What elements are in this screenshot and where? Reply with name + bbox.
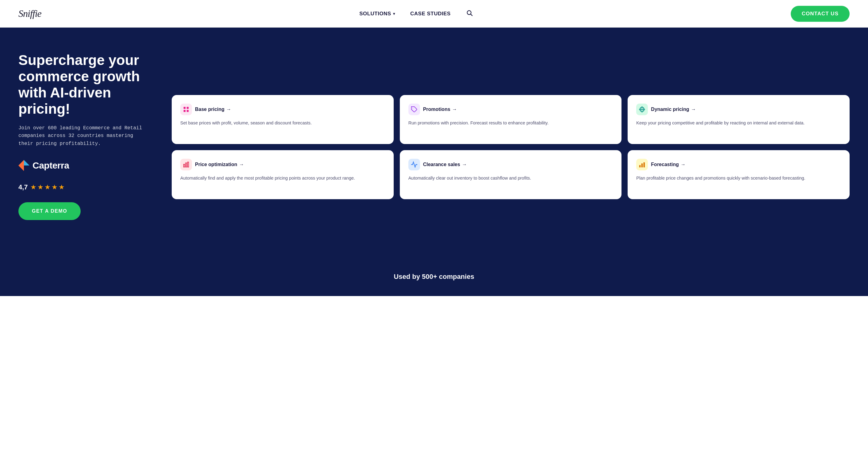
feature-card-1[interactable]: Promotions → Run promotions with precisi… xyxy=(400,95,622,144)
feature-card-2[interactable]: Dynamic pricing → Keep your pricing comp… xyxy=(628,95,849,144)
feature-desc-0: Set base prices with profit, volume, sea… xyxy=(180,120,385,126)
feature-card-5[interactable]: Forecasting → Plan profitable price chan… xyxy=(628,150,849,199)
solutions-label: SOLUTIONS xyxy=(359,11,391,17)
svg-rect-15 xyxy=(639,165,641,167)
feature-card-3[interactable]: Price optimization → Automatically find … xyxy=(172,150,394,199)
get-demo-button[interactable]: GET A DEMO xyxy=(19,202,81,220)
hero-left: Supercharge your commerce growth with AI… xyxy=(19,52,147,220)
star-rating: ★ ★ ★ ★ ★ xyxy=(30,183,65,191)
feature-title-1: Promotions → xyxy=(423,107,457,112)
feature-title-0: Base pricing → xyxy=(195,107,231,112)
svg-marker-2 xyxy=(19,160,24,165)
feature-title-4: Clearance sales → xyxy=(423,162,467,167)
arrow-icon-0: → xyxy=(226,107,231,112)
star-4: ★ xyxy=(52,183,58,191)
svg-rect-6 xyxy=(187,107,189,109)
case-studies-label: CASE STUDIES xyxy=(410,11,451,17)
capterra-name: Capterra xyxy=(32,160,69,171)
feature-cards-grid: Base pricing → Set base prices with prof… xyxy=(172,95,849,199)
navbar-right: CONTACT US xyxy=(791,6,849,22)
feature-desc-1: Run promotions with precision. Forecast … xyxy=(408,120,613,126)
hero-section: Supercharge your commerce growth with AI… xyxy=(0,28,868,260)
feature-card-header-4: Clearance sales → xyxy=(408,159,613,170)
svg-line-1 xyxy=(471,14,472,15)
nav-solutions[interactable]: SOLUTIONS ▾ xyxy=(359,11,395,17)
feature-desc-2: Keep your pricing competitive and profit… xyxy=(636,120,841,126)
search-icon xyxy=(466,9,473,18)
svg-rect-7 xyxy=(184,110,186,112)
hero-headline: Supercharge your commerce growth with AI… xyxy=(19,52,147,117)
feature-icon-2 xyxy=(636,104,648,115)
arrow-icon-2: → xyxy=(691,107,696,112)
svg-rect-13 xyxy=(186,163,187,167)
hero-subtext: Join over 600 leading Ecommerce and Reta… xyxy=(19,124,147,148)
capterra-logo: Capterra xyxy=(19,160,69,171)
svg-rect-5 xyxy=(184,107,186,109)
search-button[interactable] xyxy=(466,9,473,18)
capterra-section: Capterra xyxy=(19,160,147,171)
feature-title-3: Price optimization → xyxy=(195,162,244,167)
navbar-center: SOLUTIONS ▾ CASE STUDIES xyxy=(359,9,473,18)
feature-icon-5 xyxy=(636,159,648,170)
svg-rect-17 xyxy=(644,162,645,168)
star-3: ★ xyxy=(44,183,51,191)
feature-desc-3: Automatically find and apply the most pr… xyxy=(180,175,385,182)
used-by-text: Used by 500+ companies xyxy=(394,273,474,281)
svg-marker-3 xyxy=(24,160,29,165)
feature-title-5: Forecasting → xyxy=(651,162,686,167)
feature-card-header-2: Dynamic pricing → xyxy=(636,104,841,115)
arrow-icon-1: → xyxy=(452,107,457,112)
bottom-bar: Used by 500+ companies xyxy=(0,260,868,296)
navbar-left: Sniffie xyxy=(19,8,41,19)
feature-desc-5: Plan profitable price changes and promot… xyxy=(636,175,841,182)
feature-card-4[interactable]: Clearance sales → Automatically clear ou… xyxy=(400,150,622,199)
contact-button[interactable]: CONTACT US xyxy=(791,6,849,22)
nav-case-studies[interactable]: CASE STUDIES xyxy=(410,11,451,17)
feature-card-header-0: Base pricing → xyxy=(180,104,385,115)
svg-marker-4 xyxy=(19,165,24,171)
hero-content: Supercharge your commerce growth with AI… xyxy=(19,52,849,242)
svg-rect-12 xyxy=(184,164,185,167)
feature-icon-1 xyxy=(408,104,420,115)
feature-icon-3 xyxy=(180,159,192,170)
star-2: ★ xyxy=(37,183,43,191)
capterra-rating: 4,7 ★ ★ ★ ★ ★ xyxy=(19,183,147,191)
feature-icon-0 xyxy=(180,104,192,115)
svg-rect-16 xyxy=(642,163,643,167)
star-1: ★ xyxy=(30,183,36,191)
rating-value: 4,7 xyxy=(19,183,28,191)
capterra-logo-icon xyxy=(19,160,29,171)
feature-icon-4 xyxy=(408,159,420,170)
logo[interactable]: Sniffie xyxy=(19,8,41,19)
chevron-down-icon: ▾ xyxy=(393,12,395,16)
arrow-icon-5: → xyxy=(681,162,686,167)
svg-rect-8 xyxy=(187,110,189,112)
arrow-icon-3: → xyxy=(239,162,244,167)
star-5: ★ xyxy=(59,183,65,191)
svg-rect-14 xyxy=(188,162,189,167)
feature-card-header-5: Forecasting → xyxy=(636,159,841,170)
feature-card-0[interactable]: Base pricing → Set base prices with prof… xyxy=(172,95,394,144)
feature-card-header-1: Promotions → xyxy=(408,104,613,115)
feature-desc-4: Automatically clear out inventory to boo… xyxy=(408,175,613,182)
arrow-icon-4: → xyxy=(462,162,467,167)
feature-title-2: Dynamic pricing → xyxy=(651,107,696,112)
feature-card-header-3: Price optimization → xyxy=(180,159,385,170)
navbar: Sniffie SOLUTIONS ▾ CASE STUDIES CONTACT… xyxy=(0,0,868,28)
